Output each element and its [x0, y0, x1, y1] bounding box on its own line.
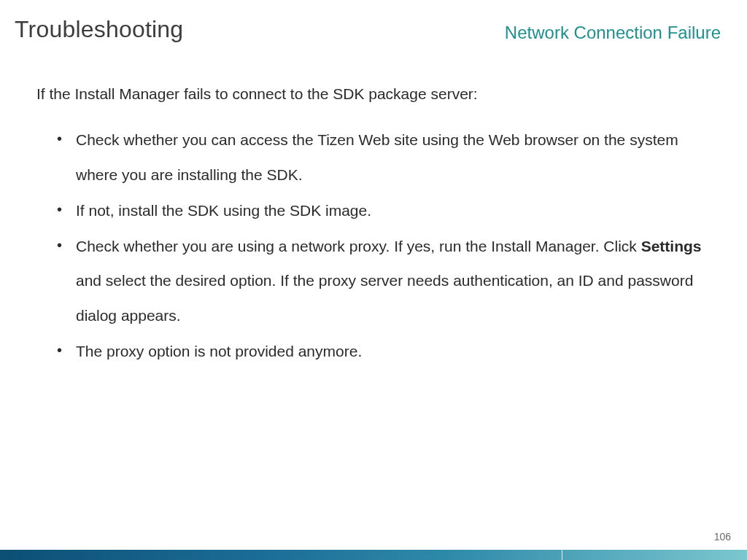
bullet-text-post: and select the desired option. If the pr…: [76, 272, 693, 323]
list-item: The proxy option is not provided anymore…: [57, 334, 715, 368]
bullet-text: If not, install the SDK using the SDK im…: [76, 202, 371, 219]
lead-text: If the Install Manager fails to connect …: [36, 84, 715, 104]
footer-bar: [0, 550, 747, 560]
footer-tick-icon: [562, 548, 562, 560]
bullet-text-pre: Check whether you are using a network pr…: [76, 238, 641, 254]
bullet-text: Check whether you can access the Tizen W…: [76, 131, 678, 182]
bullet-text-bold: Settings: [641, 238, 702, 254]
list-item: Check whether you are using a network pr…: [57, 229, 715, 332]
header-row: Troubleshooting Network Connection Failu…: [0, 0, 747, 43]
bullet-text: The proxy option is not provided anymore…: [76, 343, 362, 359]
slide-page: Troubleshooting Network Connection Failu…: [0, 0, 747, 560]
page-number: 106: [714, 531, 731, 542]
page-subtitle: Network Connection Failure: [505, 23, 721, 43]
bullet-list: Check whether you can access the Tizen W…: [36, 122, 715, 368]
list-item: If not, install the SDK using the SDK im…: [57, 193, 715, 228]
list-item: Check whether you can access the Tizen W…: [57, 122, 715, 192]
page-title: Troubleshooting: [15, 16, 183, 43]
body-content: If the Install Manager fails to connect …: [0, 43, 747, 368]
